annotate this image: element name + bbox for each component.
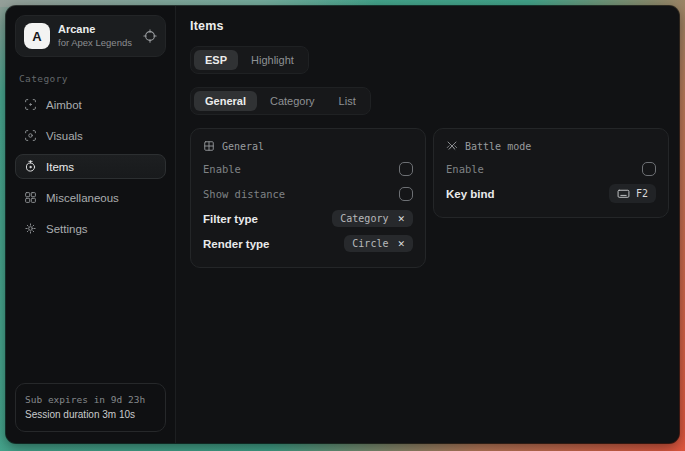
show-distance-checkbox[interactable] <box>399 187 413 201</box>
setting-label: Enable <box>446 163 484 175</box>
panels-row: General Enable Show distance Filter type… <box>190 128 669 268</box>
scan-target-icon <box>24 98 37 111</box>
sidebar-item-label: Miscellaneous <box>46 192 119 204</box>
arcane-window: A Arcane for Apex Legends Category <box>6 6 679 443</box>
sidebar-item-aimbot[interactable]: Aimbot <box>15 92 166 117</box>
brand-card: A Arcane for Apex Legends <box>15 15 166 57</box>
brand-subtitle: for Apex Legends <box>58 37 135 49</box>
target-icon <box>24 160 37 173</box>
setting-row-show-distance: Show distance <box>203 181 413 206</box>
grid-icon <box>24 191 37 204</box>
swords-icon <box>446 140 458 152</box>
sidebar-item-label: Items <box>46 161 74 173</box>
crosshair-icon[interactable] <box>143 29 157 43</box>
gear-icon <box>24 222 37 235</box>
setting-label: Render type <box>203 238 269 250</box>
tab-esp[interactable]: ESP <box>194 50 238 70</box>
session-duration-text: Session duration 3m 10s <box>25 407 156 423</box>
battle-mode-panel: Battle mode Enable Key bind <box>433 128 669 218</box>
general-panel-header: General <box>203 140 413 152</box>
setting-row-enable: Enable <box>446 156 656 181</box>
setting-row-render-type: Render type Circle ✕ <box>203 231 413 256</box>
setting-label: Enable <box>203 163 241 175</box>
setting-label: Key bind <box>446 188 495 200</box>
sidebar-item-label: Aimbot <box>46 99 82 111</box>
mode-tab-group: ESP Highlight <box>190 46 309 74</box>
remove-icon[interactable]: ✕ <box>397 214 405 224</box>
filter-type-chip[interactable]: Category ✕ <box>332 210 413 227</box>
battle-mode-panel-title: Battle mode <box>465 141 531 152</box>
enable-checkbox[interactable] <box>399 162 413 176</box>
setting-row-key-bind: Key bind F2 <box>446 181 656 206</box>
tab-highlight[interactable]: Highlight <box>240 50 305 70</box>
setting-label: Filter type <box>203 213 258 225</box>
tab-general[interactable]: General <box>194 91 257 111</box>
page-title: Items <box>190 19 669 33</box>
sidebar-item-miscellaneous[interactable]: Miscellaneous <box>15 185 166 210</box>
key-bind-button[interactable]: F2 <box>609 184 656 203</box>
tab-category[interactable]: Category <box>259 91 326 111</box>
chip-value: Circle <box>352 238 388 249</box>
keyboard-icon <box>617 187 630 200</box>
brand-name: Arcane <box>58 23 135 37</box>
view-tab-group: General Category List <box>190 87 371 115</box>
sidebar: A Arcane for Apex Legends Category <box>6 6 176 443</box>
brand-logo: A <box>24 23 50 49</box>
desktop-background: A Arcane for Apex Legends Category <box>0 0 685 451</box>
battle-mode-panel-header: Battle mode <box>446 140 656 152</box>
setting-row-enable: Enable <box>203 156 413 181</box>
sidebar-item-label: Visuals <box>46 130 83 142</box>
battle-enable-checkbox[interactable] <box>642 162 656 176</box>
general-panel: General Enable Show distance Filter type… <box>190 128 426 268</box>
sub-expiry-text: Sub expires in 9d 23h <box>25 392 156 407</box>
sidebar-item-settings[interactable]: Settings <box>15 216 166 241</box>
setting-row-filter-type: Filter type Category ✕ <box>203 206 413 231</box>
remove-icon[interactable]: ✕ <box>397 239 405 249</box>
grid-plus-icon <box>203 140 215 152</box>
subscription-card: Sub expires in 9d 23h Session duration 3… <box>15 383 166 432</box>
chip-value: Category <box>340 213 388 224</box>
sidebar-item-label: Settings <box>46 223 88 235</box>
key-bind-value: F2 <box>636 188 648 199</box>
sidebar-nav: Aimbot Visuals <box>15 92 166 241</box>
general-panel-title: General <box>222 141 264 152</box>
main-content: Items ESP Highlight General Category Lis… <box>176 6 679 443</box>
sidebar-item-items[interactable]: Items <box>15 154 166 179</box>
sidebar-section-label: Category <box>19 73 166 84</box>
eye-icon <box>24 129 37 142</box>
tab-list[interactable]: List <box>328 91 367 111</box>
setting-label: Show distance <box>203 188 285 200</box>
render-type-chip[interactable]: Circle ✕ <box>344 235 413 252</box>
brand-meta: Arcane for Apex Legends <box>58 23 135 49</box>
sidebar-item-visuals[interactable]: Visuals <box>15 123 166 148</box>
